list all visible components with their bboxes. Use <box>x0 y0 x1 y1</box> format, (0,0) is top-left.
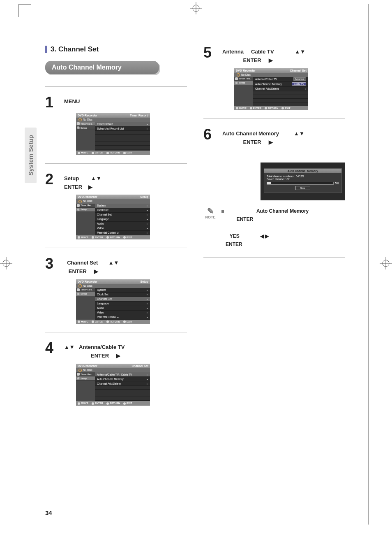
step-4: 4 ▲▼ Antenna/Cable TV ENTER ▶ <box>45 341 187 360</box>
option-antenna: Antenna <box>293 77 306 81</box>
foot-exit: EXIT <box>281 107 290 109</box>
step-5: 5 Antenna Cable TV ▲▼ ENTER ▶ <box>203 45 345 65</box>
disc-icon <box>78 118 82 121</box>
side-timer-label: Timer Rec. <box>81 204 92 207</box>
step-number: 1 <box>45 95 59 110</box>
timer-icon <box>77 122 80 125</box>
chevron-right-icon: ▸ <box>147 316 148 318</box>
stop-button: Stop <box>295 186 310 190</box>
note-yes: YES <box>230 233 240 239</box>
side-setup-label: Setup <box>239 81 245 84</box>
foot-return: RETURN <box>106 320 120 323</box>
foot-enter: ENTER <box>92 236 103 239</box>
osd-item: System <box>97 204 106 207</box>
section-accent-bar <box>45 46 47 53</box>
osd-item: Auto Channel Memory <box>97 378 124 381</box>
foot-exit: EXIT <box>123 236 132 239</box>
osd-item: Clock Set <box>97 209 108 211</box>
setup-keyword: Setup <box>64 175 79 181</box>
osd-footer: MOVE ENTER RETURN EXIT <box>76 151 150 155</box>
foot-exit: EXIT <box>123 402 132 404</box>
chevron-right-icon: ▸ <box>147 227 148 230</box>
chevron-right-icon: ▸ <box>147 302 148 305</box>
leftright-icon: ◀ ▶ <box>260 233 269 239</box>
chevron-right-icon: ▸ <box>147 127 148 130</box>
chevron-right-icon: ▸ <box>147 382 148 385</box>
right-icon: ▶ <box>269 57 273 63</box>
divider <box>45 86 187 87</box>
side-timer-label: Timer Rec. <box>81 288 92 291</box>
right-icon: ▶ <box>94 268 98 274</box>
osd-crumb: Setup <box>141 195 148 198</box>
osd-nodisc: No Disc <box>241 73 251 76</box>
topic-pill: Auto Channel Memory <box>45 61 159 74</box>
foot-exit: EXIT <box>123 320 132 323</box>
osd-item: Antenna/Cable TV : Cable TV <box>97 373 132 376</box>
osd-device: DVD-Recorder <box>236 69 256 72</box>
timer-icon <box>235 77 238 80</box>
osd-device: DVD-Recorder <box>78 195 97 198</box>
foot-return: RETURN <box>106 151 120 154</box>
note-autochannel: Auto Channel Memory <box>256 208 309 214</box>
step-text: MENU <box>64 95 80 106</box>
enter-keyword: ENTER <box>243 139 261 145</box>
osd-item: Clock Set <box>97 293 108 296</box>
enter-keyword: ENTER <box>243 57 261 63</box>
step-text: Auto Channel Memory ▲▼ ENTER ▶ <box>222 127 304 147</box>
osd-item: Timer Record <box>97 123 113 125</box>
left-column: 3. Channel Set Auto Channel Memory 1 MEN… <box>45 45 187 409</box>
option-cabletv: Cable TV <box>292 82 306 86</box>
enter-keyword: ENTER <box>91 353 109 359</box>
osd-item: Video <box>97 227 104 230</box>
menu-keyword: MENU <box>64 98 80 104</box>
updown-icon: ▲▼ <box>294 130 304 137</box>
chevron-right-icon: ▸ <box>305 87 306 90</box>
chevron-right-icon: ▸ <box>147 306 148 309</box>
chevron-right-icon: ▸ <box>147 373 148 376</box>
chevron-right-icon: ▸ <box>147 222 148 225</box>
osd-nodisc: No Disc <box>83 200 92 202</box>
osd-item: Channel Add/Delete <box>255 87 279 90</box>
autochannel-keyword: Auto Channel Memory <box>222 130 279 137</box>
osd-setup-channelset: DVD-Recorder Setup No Disc Timer Rec. Se… <box>76 279 150 324</box>
antennacable-keyword: Antenna/Cable TV <box>79 344 125 350</box>
progress-line1: Total channel numbers : 04/125 <box>267 175 339 178</box>
side-setup-label: Setup <box>81 208 87 211</box>
step-number: 6 <box>203 127 217 142</box>
osd-antenna-cable-select: DVD-Recorder Channel Set No Disc Timer R… <box>234 68 308 111</box>
osd-nodisc: No Disc <box>83 369 92 372</box>
step-6: 6 Auto Channel Memory ▲▼ ENTER ▶ <box>203 127 345 147</box>
cut-line <box>368 4 369 525</box>
chevron-right-icon: ▸ <box>147 378 148 381</box>
foot-move: MOVE <box>78 236 88 239</box>
note-enter2: ENTER <box>226 241 242 247</box>
foot-enter: ENTER <box>92 402 103 404</box>
osd-item: Channel Add/Delete <box>97 382 121 385</box>
gear-icon <box>77 293 80 295</box>
updown-icon: ▲▼ <box>91 175 101 181</box>
step-text: ▲▼ Antenna/Cable TV ENTER ▶ <box>64 341 125 360</box>
osd-item: Scheduled Record List <box>97 127 124 130</box>
osd-setup-system: DVD-Recorder Setup No Disc Timer Rec. Se… <box>76 195 150 239</box>
gear-icon <box>77 126 80 129</box>
right-icon: ▶ <box>269 139 273 145</box>
bullet-icon <box>221 210 224 213</box>
chevron-right-icon: ▸ <box>147 213 148 216</box>
foot-enter: ENTER <box>250 107 261 109</box>
osd-item: Auto Channel Memory <box>255 83 282 86</box>
side-setup-label: Setup <box>81 293 87 295</box>
osd-item: Language <box>97 218 109 221</box>
timer-icon <box>77 288 80 291</box>
osd-crumb: Timer Record <box>130 114 148 117</box>
step-2: 2 Setup ▲▼ ENTER ▶ <box>45 172 187 192</box>
osd-device: DVD-Recorder <box>78 280 97 283</box>
section-heading: 3. Channel Set <box>45 45 187 53</box>
chevron-right-icon: ▸ <box>147 288 148 291</box>
timer-icon <box>77 204 80 207</box>
note-icon: ✎ NOTE <box>203 207 217 249</box>
foot-return: RETURN <box>265 107 278 109</box>
updown-icon: ▲▼ <box>295 49 305 55</box>
step-1: 1 MENU <box>45 95 187 110</box>
registration-mark-left <box>0 257 12 269</box>
foot-move: MOVE <box>78 402 88 404</box>
